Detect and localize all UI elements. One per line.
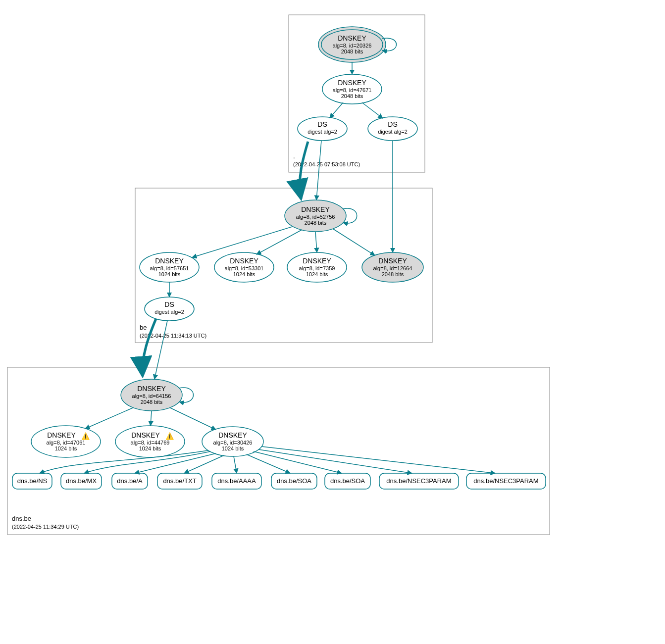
svg-text:alg=8, id=64156: alg=8, id=64156	[132, 393, 171, 399]
zone-dnsbe-label: dns.be	[12, 515, 31, 522]
node-be-ksk: DNSKEY alg=8, id=52756 2048 bits	[285, 200, 346, 232]
edge-dnsbeksk-z3	[170, 408, 216, 430]
svg-text:alg=8, id=30426: alg=8, id=30426	[213, 440, 253, 446]
node-root-ksk: DNSKEY alg=8, id=20326 2048 bits	[318, 27, 386, 62]
node-dnsbe-z1: DNSKEY ⚠️ alg=8, id=47061 1024 bits	[31, 426, 101, 457]
svg-text:2048 bits: 2048 bits	[341, 93, 363, 99]
edge-beksk-bezsk2	[256, 230, 302, 254]
svg-text:DNSKEY: DNSKEY	[301, 205, 330, 213]
svg-text:2048 bits: 2048 bits	[341, 49, 363, 54]
rr-txt: dns.be/TXT	[157, 473, 202, 489]
svg-text:dns.be/MX: dns.be/MX	[66, 477, 97, 485]
svg-text:1024 bits: 1024 bits	[222, 446, 244, 451]
edge-root-to-be	[300, 142, 308, 199]
svg-text:alg=8, id=7359: alg=8, id=7359	[299, 265, 335, 271]
svg-text:DS: DS	[388, 120, 397, 128]
edge-z3-aaaa	[234, 456, 237, 473]
svg-text:DNSKEY: DNSKEY	[218, 431, 247, 439]
rr-n3p1: dns.be/NSEC3PARAM	[379, 473, 459, 489]
node-root-ds2: DS digest alg=2	[368, 117, 417, 141]
node-root-ds1: DS digest alg=2	[298, 117, 347, 141]
node-dnsbe-z2: DNSKEY ⚠️ alg=8, id=44769 1024 bits	[115, 426, 185, 457]
svg-text:dns.be/NSEC3PARAM: dns.be/NSEC3PARAM	[386, 477, 451, 485]
svg-text:alg=8, id=47671: alg=8, id=47671	[333, 87, 372, 93]
node-be-zsk3: DNSKEY alg=8, id=7359 1024 bits	[287, 252, 347, 282]
zone-root-label: .	[293, 152, 295, 160]
rr-a: dns.be/A	[112, 473, 148, 489]
svg-text:DNSKEY: DNSKEY	[47, 431, 76, 439]
node-be-key2: DNSKEY alg=8, id=12664 2048 bits	[362, 252, 423, 282]
svg-text:1024 bits: 1024 bits	[233, 271, 256, 277]
zone-be-label: be	[140, 324, 147, 331]
rr-mx: dns.be/MX	[61, 473, 102, 489]
svg-text:DNSKEY: DNSKEY	[230, 257, 258, 265]
svg-text:dns.be/SOA: dns.be/SOA	[330, 477, 365, 485]
edge-beds-dnsbeksk	[154, 321, 167, 379]
svg-text:1024 bits: 1024 bits	[55, 446, 77, 451]
node-be-zsk2: DNSKEY alg=8, id=53301 1024 bits	[214, 252, 274, 282]
svg-text:dns.be/A: dns.be/A	[117, 477, 143, 485]
svg-text:alg=8, id=53301: alg=8, id=53301	[225, 265, 264, 271]
svg-text:DNSKEY: DNSKEY	[131, 431, 160, 439]
svg-text:DNSKEY: DNSKEY	[338, 34, 366, 42]
edge-dnsbeksk-z1	[85, 408, 133, 429]
svg-text:DS: DS	[317, 120, 327, 128]
edge-rootzsk-ds2	[362, 102, 383, 118]
svg-text:digest alg=2: digest alg=2	[378, 129, 408, 135]
edge-z3-txt	[184, 455, 224, 473]
edge-beksk-bezsk3	[315, 232, 317, 252]
svg-text:dns.be/NSEC3PARAM: dns.be/NSEC3PARAM	[473, 477, 538, 485]
svg-text:alg=8, id=52756: alg=8, id=52756	[296, 214, 335, 220]
dnssec-diagram: . (2022-04-25 07:53:08 UTC) be (2022-04-…	[0, 0, 665, 644]
svg-text:2048 bits: 2048 bits	[141, 399, 163, 405]
svg-text:alg=8, id=12664: alg=8, id=12664	[373, 265, 412, 271]
svg-text:dns.be/NS: dns.be/NS	[17, 477, 48, 485]
node-dnsbe-ksk: DNSKEY alg=8, id=64156 2048 bits	[121, 379, 182, 411]
svg-text:DNSKEY: DNSKEY	[303, 257, 331, 265]
node-be-zsk1: DNSKEY alg=8, id=57651 1024 bits	[140, 252, 199, 282]
svg-text:alg=8, id=44769: alg=8, id=44769	[131, 440, 170, 446]
svg-text:DNSKEY: DNSKEY	[155, 257, 184, 265]
svg-text:digest alg=2: digest alg=2	[307, 129, 337, 135]
svg-text:alg=8, id=20326: alg=8, id=20326	[333, 43, 372, 49]
svg-text:DNSKEY: DNSKEY	[338, 79, 366, 87]
svg-text:1024 bits: 1024 bits	[158, 271, 181, 277]
svg-text:DNSKEY: DNSKEY	[378, 257, 407, 265]
svg-text:dns.be/AAAA: dns.be/AAAA	[217, 477, 256, 485]
svg-text:dns.be/TXT: dns.be/TXT	[163, 477, 196, 485]
edge-beksk-bekey2	[333, 229, 375, 255]
edge-dnsbeksk-z2	[151, 411, 152, 426]
edge-ds1-beksk	[316, 141, 321, 200]
svg-text:1024 bits: 1024 bits	[139, 446, 161, 451]
rr-ns: dns.be/NS	[12, 473, 52, 489]
svg-text:1024 bits: 1024 bits	[306, 271, 328, 277]
edge-rootzsk-ds1	[330, 102, 343, 118]
svg-text:digest alg=2: digest alg=2	[154, 309, 184, 315]
zone-dnsbe-time: (2022-04-25 11:34:29 UTC)	[12, 524, 79, 530]
edge-z3-soa1	[247, 454, 290, 473]
rr-soa2: dns.be/SOA	[325, 473, 370, 489]
rr-aaaa: dns.be/AAAA	[212, 473, 261, 489]
edge-z3-soa2	[254, 451, 342, 473]
svg-text:DNSKEY: DNSKEY	[137, 385, 166, 393]
node-be-ds: DS digest alg=2	[145, 297, 194, 321]
node-root-zsk: DNSKEY alg=8, id=47671 2048 bits	[322, 74, 382, 104]
edge-z3-n3p2	[261, 446, 495, 473]
svg-text:alg=8, id=57651: alg=8, id=57651	[150, 265, 189, 271]
svg-text:2048 bits: 2048 bits	[382, 271, 404, 277]
svg-text:dns.be/SOA: dns.be/SOA	[277, 477, 311, 485]
svg-text:alg=8, id=47061: alg=8, id=47061	[47, 440, 86, 446]
rr-soa1: dns.be/SOA	[271, 473, 317, 489]
svg-text:2048 bits: 2048 bits	[305, 220, 327, 226]
rr-n3p2: dns.be/NSEC3PARAM	[466, 473, 546, 489]
svg-text:DS: DS	[164, 300, 174, 308]
